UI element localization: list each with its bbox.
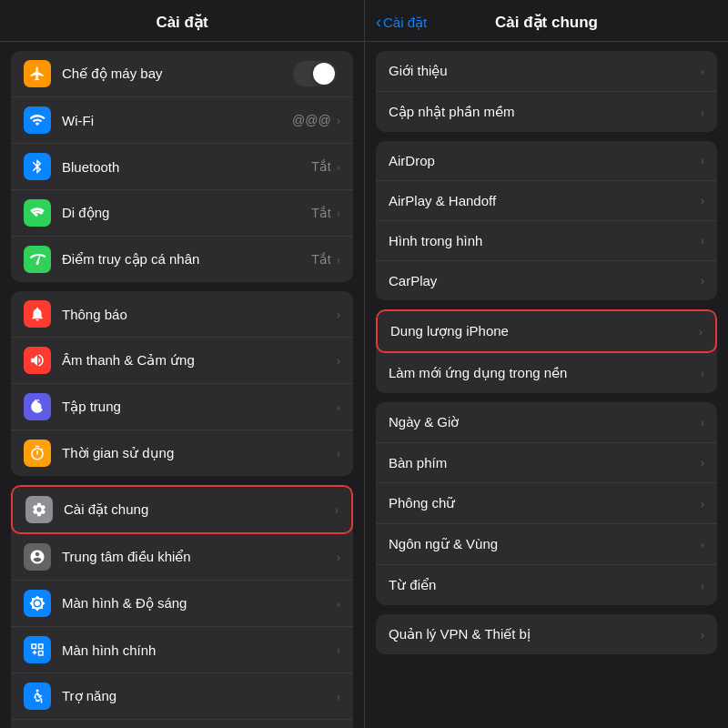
right-group-info: Giới thiệu›Cập nhật phần mềm›: [376, 51, 717, 132]
storage-iphone-right-chevron-icon: ›: [699, 325, 703, 339]
bluetooth-icon: [24, 153, 51, 180]
airplane-label: Chế độ máy bay: [62, 66, 293, 82]
settings-row-display[interactable]: Màn hình & Độ sáng›: [11, 581, 353, 627]
wifi-icon: [24, 106, 51, 134]
right-header: ‹ Cài đặt Cài đặt chung: [365, 0, 728, 42]
cellular-icon: [24, 199, 51, 227]
left-header: Cài đặt: [0, 0, 364, 42]
settings-row-accessibility[interactable]: Trợ năng›: [11, 673, 353, 720]
settings-row-general[interactable]: Cài đặt chung›: [11, 485, 353, 534]
right-list: Giới thiệu›Cập nhật phần mềm›AirDrop›Air…: [365, 42, 728, 728]
focus-label: Tập trung: [62, 399, 337, 415]
focus-chevron-icon: ›: [337, 400, 340, 414]
control-chevron-icon: ›: [337, 551, 340, 564]
settings-row-sound[interactable]: Âm thanh & Cảm ứng›: [11, 338, 353, 384]
settings-row-homescreen[interactable]: Màn hình chính›: [11, 627, 353, 673]
carplay-right-chevron-icon: ›: [701, 274, 704, 288]
notification-icon: [24, 300, 51, 328]
airplane-toggle[interactable]: [293, 61, 337, 86]
right-row-keyboard[interactable]: Bàn phím›: [376, 443, 717, 483]
settings-row-wifi[interactable]: Wi-Fi@@@›: [11, 97, 353, 144]
cellular-value: Tắt: [311, 206, 330, 220]
language-right-label: Ngôn ngữ & Vùng: [389, 536, 701, 552]
settings-row-hotspot[interactable]: Điểm truy cập cá nhânTắt›: [11, 237, 353, 282]
settings-row-wallpaper[interactable]: Hình nền›: [11, 720, 353, 728]
vpn-device-right-chevron-icon: ›: [701, 628, 704, 642]
airplay-right-label: AirPlay & Handoff: [389, 193, 701, 208]
accessibility-chevron-icon: ›: [337, 690, 340, 703]
general-label: Cài đặt chung: [64, 501, 335, 518]
hotspot-label: Điểm truy cập cá nhân: [62, 251, 311, 268]
right-row-pip[interactable]: Hình trong hình›: [376, 221, 717, 261]
airplane-toggle-knob: [313, 63, 335, 85]
dictionary-right-chevron-icon: ›: [701, 579, 704, 592]
bluetooth-label: Bluetooth: [62, 159, 311, 175]
notification-chevron-icon: ›: [337, 308, 340, 321]
settings-row-cellular[interactable]: Di độngTắt›: [11, 190, 353, 237]
right-row-carplay[interactable]: CarPlay›: [376, 261, 717, 300]
right-row-background-refresh[interactable]: Làm mới ứng dụng trong nền›: [376, 353, 717, 393]
vpn-device-right-label: Quản lý VPN & Thiết bị: [389, 626, 701, 642]
right-row-vpn-device[interactable]: Quản lý VPN & Thiết bị›: [376, 614, 717, 654]
back-chevron-icon: ‹: [376, 13, 381, 32]
about-right-chevron-icon: ›: [701, 65, 704, 78]
sound-chevron-icon: ›: [337, 354, 340, 368]
date-time-right-chevron-icon: ›: [701, 416, 704, 430]
background-refresh-right-chevron-icon: ›: [701, 367, 704, 380]
right-row-language[interactable]: Ngôn ngữ & Vùng›: [376, 524, 717, 565]
background-refresh-right-label: Làm mới ứng dụng trong nền: [389, 365, 701, 381]
wifi-label: Wi-Fi: [62, 113, 292, 128]
back-button[interactable]: ‹ Cài đặt: [376, 13, 427, 32]
cellular-label: Di động: [62, 205, 311, 221]
settings-row-control[interactable]: Trung tâm điều khiển›: [11, 534, 353, 581]
screentime-label: Thời gian sử dụng: [62, 445, 337, 461]
carplay-right-label: CarPlay: [389, 273, 701, 288]
airplane-icon: [24, 60, 51, 87]
hotspot-chevron-icon: ›: [337, 253, 340, 267]
right-row-dictionary[interactable]: Từ điển›: [376, 565, 717, 605]
right-row-about[interactable]: Giới thiệu›: [376, 51, 717, 92]
wifi-value: @@@: [292, 113, 331, 127]
right-row-date-time[interactable]: Ngày & Giờ›: [376, 402, 717, 443]
notification-label: Thông báo: [62, 307, 337, 322]
dictionary-right-label: Từ điển: [389, 577, 701, 593]
homescreen-icon: [24, 636, 51, 663]
right-panel: ‹ Cài đặt Cài đặt chung Giới thiệu›Cập n…: [364, 0, 728, 728]
left-panel: Cài đặt Chế độ máy bayWi-Fi@@@›Bluetooth…: [0, 0, 364, 728]
control-label: Trung tâm điều khiển: [62, 549, 337, 565]
hotspot-icon: [24, 246, 51, 273]
right-row-airplay[interactable]: AirPlay & Handoff›: [376, 181, 717, 221]
fonts-right-label: Phông chữ: [389, 495, 701, 511]
settings-row-airplane[interactable]: Chế độ máy bay: [11, 51, 353, 97]
keyboard-right-chevron-icon: ›: [701, 456, 704, 470]
settings-row-screentime[interactable]: Thời gian sử dụng›: [11, 430, 353, 476]
right-row-software[interactable]: Cập nhật phần mềm›: [376, 92, 717, 132]
right-title: Cài đặt chung: [495, 13, 598, 32]
accessibility-icon: [24, 682, 51, 710]
back-label: Cài đặt: [383, 15, 427, 31]
svg-point-0: [36, 690, 39, 693]
sound-label: Âm thanh & Cảm ứng: [62, 352, 337, 369]
software-right-label: Cập nhật phần mềm: [389, 104, 701, 120]
right-row-fonts[interactable]: Phông chữ›: [376, 483, 717, 524]
right-group-regional: Ngày & Giờ›Bàn phím›Phông chữ›Ngôn ngữ &…: [376, 402, 717, 605]
right-row-airdrop[interactable]: AirDrop›: [376, 141, 717, 181]
right-group-vpn: Quản lý VPN & Thiết bị›: [376, 614, 717, 654]
settings-group-system: Cài đặt chung›Trung tâm điều khiển›Màn h…: [11, 485, 353, 728]
right-row-storage-iphone[interactable]: Dung lượng iPhone›: [376, 309, 717, 353]
settings-list: Chế độ máy bayWi-Fi@@@›BluetoothTắt›Di đ…: [0, 42, 364, 728]
homescreen-chevron-icon: ›: [337, 643, 340, 657]
general-chevron-icon: ›: [335, 503, 339, 517]
airplay-right-chevron-icon: ›: [701, 194, 704, 207]
control-icon: [24, 543, 51, 571]
display-icon: [24, 590, 51, 617]
settings-row-focus[interactable]: Tập trung›: [11, 384, 353, 430]
settings-row-bluetooth[interactable]: BluetoothTắt›: [11, 144, 353, 190]
language-right-chevron-icon: ›: [701, 538, 704, 551]
settings-group-network: Chế độ máy bayWi-Fi@@@›BluetoothTắt›Di đ…: [11, 51, 353, 282]
bluetooth-value: Tắt: [311, 159, 330, 174]
right-group-storage: Dung lượng iPhone›Làm mới ứng dụng trong…: [376, 309, 717, 393]
wifi-chevron-icon: ›: [337, 114, 340, 127]
airdrop-right-label: AirDrop: [389, 153, 701, 168]
settings-row-notification[interactable]: Thông báo›: [11, 291, 353, 338]
